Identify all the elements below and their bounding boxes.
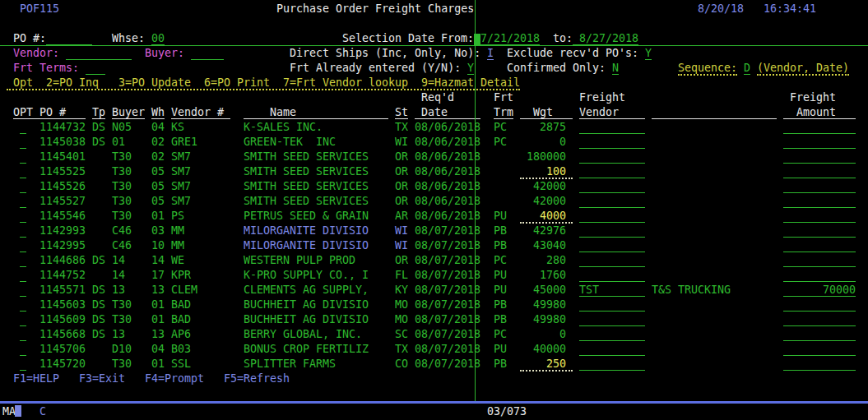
table-row: 1145525T3005SM7SMITH SEED SERVICESOR08/0… <box>0 165 868 180</box>
freight-amount-input[interactable] <box>783 195 856 208</box>
opt-input[interactable] <box>20 180 26 193</box>
freight-amount-input[interactable] <box>783 343 856 356</box>
freight-vendor-input[interactable] <box>579 180 645 193</box>
keyboard-state-indicator: MA <box>2 405 16 418</box>
sequence-input[interactable]: D <box>744 62 750 75</box>
po-number: 1144686 <box>39 254 86 266</box>
freight-vendor-input[interactable] <box>579 313 645 326</box>
freight-amount-input[interactable] <box>783 224 856 238</box>
warehouse: 01 <box>151 210 165 222</box>
direct-ships-input[interactable]: I <box>487 47 494 60</box>
type: DS <box>92 136 105 148</box>
freight-vendor-input[interactable] <box>579 328 645 341</box>
freight-vendor-input[interactable] <box>579 136 645 149</box>
freight-amount-input[interactable] <box>783 269 856 282</box>
warehouse-input[interactable]: 00 <box>151 32 165 45</box>
freight-vendor-input[interactable] <box>579 358 645 371</box>
column-header-opt: OPT <box>13 106 33 119</box>
weight[interactable]: 4000 <box>540 210 566 222</box>
state: OR <box>395 195 408 207</box>
opt-input[interactable] <box>20 269 26 282</box>
freight-terms: PC <box>494 136 507 148</box>
freight-vendor-input[interactable] <box>579 269 645 282</box>
opt-input[interactable] <box>20 239 26 252</box>
function-key-refresh: F5=Refresh <box>224 372 290 385</box>
freight-vendor-input[interactable] <box>579 150 645 164</box>
opt-input[interactable] <box>20 195 26 208</box>
freight-amount-input[interactable] <box>783 165 856 178</box>
required-date: 08/07/2018 <box>415 343 480 355</box>
opt-input[interactable] <box>20 313 26 326</box>
buyer: 14 <box>112 254 125 266</box>
opt-input[interactable] <box>20 121 26 134</box>
required-date: 08/06/2018 <box>415 195 480 207</box>
freight-amount-input[interactable] <box>783 150 856 164</box>
column-header-wgt: Wgt <box>533 106 553 118</box>
frt-entered-input[interactable]: Y <box>467 62 474 75</box>
vendor-code: SM7 <box>171 165 191 178</box>
freight-vendor-input[interactable] <box>579 195 645 208</box>
freight-vendor-input[interactable] <box>579 254 645 267</box>
freight-amount-input[interactable] <box>783 121 856 134</box>
vendor-code: BAD <box>171 313 191 325</box>
freight-amount-input[interactable] <box>783 210 856 223</box>
po-number-input[interactable] <box>46 32 92 45</box>
opt-input[interactable] <box>20 224 26 238</box>
table-row: 1145668DS1313AP6BERRY GLOBAL, INC.SC08/0… <box>0 328 868 343</box>
required-date: 08/07/2018 <box>415 284 480 296</box>
opt-input[interactable] <box>20 284 26 297</box>
opt-input[interactable] <box>20 136 26 149</box>
freight-amount-input[interactable] <box>783 358 856 371</box>
frt-terms-input[interactable] <box>86 62 105 75</box>
po-number: 1144752 <box>39 269 86 281</box>
opt-input[interactable] <box>20 150 26 164</box>
freight-amount-input[interactable] <box>783 313 856 326</box>
opt-input[interactable] <box>20 165 26 178</box>
weight: 42000 <box>533 180 566 192</box>
menu-item-frt-vendor-lookup: 7=Frt Vendor lookup <box>283 76 408 89</box>
state: FL <box>395 269 408 281</box>
state: MO <box>395 298 408 311</box>
freight-vendor-input[interactable] <box>579 343 645 356</box>
freight-amount-input[interactable] <box>783 328 856 341</box>
buyer: T30 <box>112 313 132 325</box>
freight-amount-input[interactable] <box>783 239 856 252</box>
buyer: T30 <box>112 358 132 370</box>
state: WI <box>395 136 408 148</box>
freight-vendor-input[interactable] <box>579 298 645 312</box>
column-header-freight2: Freight <box>790 91 836 104</box>
column-header-tp: Tp <box>92 106 105 119</box>
freight-vendor-input[interactable] <box>579 210 645 223</box>
buyer: 13 <box>112 328 125 340</box>
opt-input[interactable] <box>20 358 26 371</box>
table-row: 1145527T3005SM7SMITH SEED SERVICESOR08/0… <box>0 195 868 210</box>
weight[interactable]: 250 <box>546 358 566 370</box>
weight: 49980 <box>533 313 566 325</box>
vendor-filter-input[interactable] <box>66 47 132 60</box>
freight-vendor-input[interactable] <box>579 224 645 238</box>
po-number: 1142995 <box>39 239 86 252</box>
opt-input[interactable] <box>20 298 26 312</box>
freight-vendor-input[interactable] <box>579 121 645 134</box>
opt-input[interactable] <box>20 328 26 341</box>
opt-input[interactable] <box>20 343 26 356</box>
buyer-filter-input[interactable] <box>191 47 224 60</box>
vendor-code: MM <box>171 239 184 252</box>
weight[interactable]: 100 <box>546 165 566 178</box>
state: WI <box>395 224 408 237</box>
required-date: 08/07/2018 <box>415 298 480 311</box>
freight-amount-input[interactable] <box>783 254 856 267</box>
column-header-frt: Frt <box>494 91 513 104</box>
freight-vendor-input[interactable] <box>579 165 645 178</box>
exclude-received-input[interactable]: Y <box>645 47 652 60</box>
freight-amount-input[interactable] <box>783 180 856 193</box>
opt-input[interactable] <box>20 254 26 267</box>
freight-amount-input[interactable] <box>783 298 856 312</box>
confirmed-only-input[interactable]: N <box>612 62 619 75</box>
freight-vendor-input[interactable]: TST <box>579 284 645 297</box>
freight-vendor-input[interactable] <box>579 239 645 252</box>
type: DS <box>92 284 105 296</box>
column-header-trm: Trm <box>494 106 513 119</box>
freight-amount-input[interactable] <box>783 136 856 149</box>
opt-input[interactable] <box>20 210 26 223</box>
